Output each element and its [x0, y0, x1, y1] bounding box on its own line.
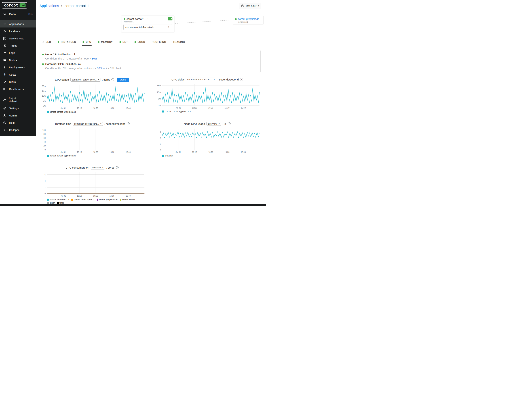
sidebar-item-risks[interactable]: Risks: [0, 78, 36, 85]
project-selector[interactable]: Project default: [0, 95, 36, 105]
series-selector[interactable]: container: coroot-coro... ▾: [70, 78, 101, 82]
info-icon[interactable]: i: [240, 78, 243, 81]
svg-text:5m: 5m: [158, 98, 161, 100]
coroot-logo[interactable]: coroot :~#: [0, 0, 36, 10]
time-range-value: last hour: [246, 4, 256, 7]
app-node-card[interactable]: coroot-coroot-1 ⋮ :~# instances:1 coroot…: [121, 16, 174, 32]
chart-canvas: 0123Jul 3116:1016:2016:3016:40: [154, 127, 261, 154]
peer-node-link[interactable]: coroot-greptimedb: [238, 18, 259, 20]
svg-text:80: 80: [43, 133, 46, 135]
threshold-link[interactable]: 80%: [97, 66, 102, 70]
sidebar-item-help[interactable]: ? Help: [0, 119, 36, 126]
peer-node-header: coroot-greptimedb: [235, 18, 261, 20]
chevron-down-icon: ▾: [218, 123, 220, 125]
svg-text:Jul 31: Jul 31: [61, 151, 66, 153]
breadcrumb-applications-link[interactable]: Applications: [39, 4, 59, 8]
chart-title: CPU delay: [171, 78, 185, 81]
info-icon[interactable]: i: [112, 78, 114, 81]
breadcrumb: Applications › coroot-coroot-1: [39, 4, 89, 8]
sidebar-item-dashboards[interactable]: Dashboards: [0, 85, 36, 93]
legend-swatch: [71, 199, 73, 201]
svg-text:16:10: 16:10: [77, 195, 82, 197]
condition-text: Condition: the CPU usage of a node >: [45, 57, 92, 60]
svg-text:16:30: 16:30: [225, 151, 229, 153]
legend-label: other: [50, 202, 55, 204]
app-node-badge: :~#: [168, 17, 172, 20]
goto-search[interactable]: Go to... ⌘+k: [0, 10, 36, 18]
svg-text:16:30: 16:30: [109, 195, 114, 197]
tab-profiling[interactable]: PROFILING: [152, 39, 167, 46]
info-icon[interactable]: i: [228, 122, 230, 125]
profile-button[interactable]: profile: [117, 78, 129, 82]
app-node-header: coroot-coroot-1 ⋮ :~#: [121, 16, 174, 21]
svg-text:16:20: 16:20: [208, 107, 213, 109]
info-icon[interactable]: i: [116, 166, 119, 169]
legend-item: coroot-node-agent-1: [71, 198, 94, 201]
svg-text:$: $: [4, 73, 5, 76]
sidebar-item-admin[interactable]: Admin: [0, 112, 36, 119]
chevron-down-icon: ▾: [214, 78, 215, 81]
sidebar-collapse-button[interactable]: Collapse: [0, 126, 36, 134]
divider: [2, 19, 34, 19]
info-icon[interactable]: i: [127, 122, 130, 125]
status-dot: [43, 41, 44, 43]
svg-text:16:40: 16:40: [126, 195, 131, 197]
tab-label: PROFILING: [152, 40, 166, 43]
legend-item: coroot-coroot-1@orbstack: [47, 154, 76, 157]
series-selector[interactable]: overview ▾: [207, 122, 221, 126]
main-content: Applications › coroot-coroot-1 last hour…: [36, 0, 266, 204]
chart-unit: , seconds/second: [104, 122, 125, 125]
series-selector[interactable]: container: coroot-coro... ▾: [186, 78, 216, 81]
series-selector[interactable]: orbstack ▾: [91, 166, 105, 169]
rocket-icon: [3, 66, 6, 69]
time-range-picker[interactable]: last hour ▾: [239, 3, 261, 9]
svg-text:3: 3: [160, 131, 161, 133]
svg-text:Jul 31: Jul 31: [176, 151, 181, 153]
tab-tracing[interactable]: TRACING: [172, 39, 185, 46]
sidebar-item-settings[interactable]: Settings: [0, 105, 36, 112]
svg-text:16:10: 16:10: [77, 107, 82, 109]
svg-text:16:30: 16:30: [109, 107, 114, 109]
sidebar-item-label: Settings: [9, 107, 19, 110]
app-node-title: coroot-coroot-1: [126, 17, 145, 20]
legend-item: coroot-clickhouse-1: [47, 198, 69, 201]
tab-cpu[interactable]: CPU: [82, 39, 92, 46]
sidebar-item-incidents[interactable]: Incidents: [0, 28, 36, 35]
tab-slo[interactable]: SLO: [42, 39, 51, 46]
sidebar-item-traces[interactable]: Traces: [0, 42, 36, 49]
instance-chip[interactable]: coroot-coroot-1@orbstack ⋮: [124, 24, 172, 30]
status-dot: [124, 18, 125, 20]
tab-instances[interactable]: INSTANCES: [57, 39, 76, 46]
svg-text:16:10: 16:10: [77, 151, 82, 153]
threshold-link[interactable]: 80%: [92, 57, 97, 60]
svg-text:0m: 0m: [158, 104, 161, 106]
svg-text:16:10: 16:10: [192, 107, 197, 109]
tab-logs[interactable]: LOGS: [134, 39, 145, 46]
sidebar-item-logs[interactable]: Logs: [0, 49, 36, 56]
legend-swatch: [57, 202, 59, 204]
chart-title: CPU usage: [55, 78, 69, 81]
chart-plot: 0m5m10m15m20mJul 3116:1016:2016:3016:40: [39, 83, 145, 110]
tab-label: INSTANCES: [61, 40, 76, 43]
sidebar-item-costs[interactable]: $ Costs: [0, 71, 36, 78]
condition-text: Condition: the CPU usage of a container …: [45, 66, 97, 70]
chart-plot: 0246Jul 3116:1016:2016:3016:40: [39, 171, 145, 198]
sidebar-item-applications[interactable]: Applications: [0, 20, 36, 28]
series-selector[interactable]: container: coroot-coro... ▾: [73, 122, 103, 126]
chart-title: Node CPU usage: [184, 122, 205, 125]
kebab-menu-icon[interactable]: ⋮: [146, 18, 150, 20]
sidebar-item-deployments[interactable]: Deployments: [0, 64, 36, 71]
breadcrumb-current: coroot-coroot-1: [65, 4, 89, 8]
sidebar-item-nodes[interactable]: Nodes: [0, 56, 36, 64]
tab-net[interactable]: NET: [119, 39, 128, 46]
tab-memory[interactable]: MEMORY: [97, 39, 113, 46]
tab-label: LOGS: [138, 40, 145, 43]
status-dot: [134, 41, 136, 43]
peer-node-card[interactable]: coroot-greptimedb instances:1: [233, 16, 264, 24]
sidebar-item-label: Costs: [9, 73, 16, 76]
status-dot: [83, 41, 84, 43]
kebab-menu-icon[interactable]: ⋮: [167, 26, 170, 28]
sidebar-item-service-map[interactable]: Service Map: [0, 35, 36, 42]
status-dot: [98, 41, 100, 43]
legend-swatch: [47, 155, 49, 157]
